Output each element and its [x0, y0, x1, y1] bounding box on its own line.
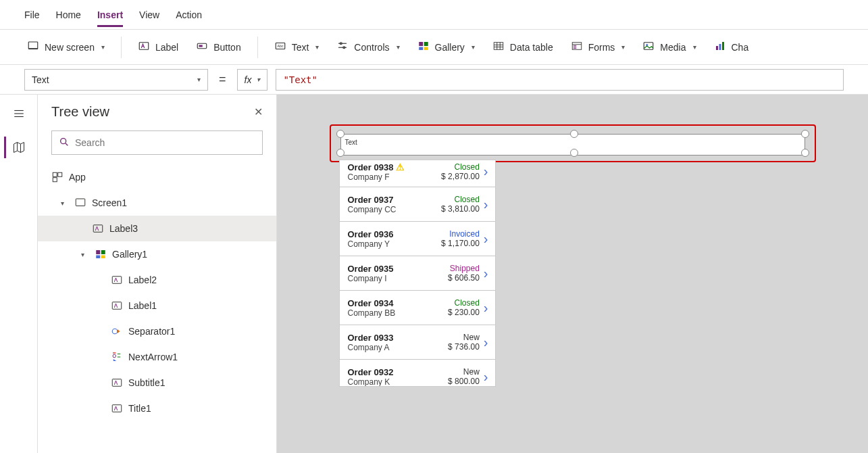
- canvas-gallery1[interactable]: Order 0938 ⚠Company FClosed$ 2,870.00›Or…: [339, 160, 496, 387]
- data-table-button[interactable]: Data table: [486, 36, 560, 58]
- controls-dropdown[interactable]: Controls ▾: [330, 36, 406, 58]
- tree-item-subtitle1[interactable]: Subtitle1: [38, 370, 276, 396]
- chevron-down-icon: ▾: [471, 43, 475, 51]
- label-button[interactable]: Label: [131, 36, 185, 58]
- order-status: Shipped: [450, 264, 480, 273]
- tree-label: Subtitle1: [128, 377, 165, 388]
- order-amount: $ 2,870.00: [441, 172, 480, 181]
- button-button[interactable]: Button: [189, 36, 247, 58]
- gallery-row[interactable]: Order 0937Company CCClosed$ 3,810.00›: [340, 187, 495, 222]
- svg-rect-44: [101, 256, 105, 259]
- chevron-down-icon: ▾: [101, 43, 105, 51]
- rail-tree-view[interactable]: [4, 137, 31, 158]
- chevron-down-icon: ▾: [257, 76, 260, 83]
- chevron-right-icon[interactable]: ›: [484, 300, 488, 316]
- svg-rect-42: [101, 250, 105, 254]
- chevron-right-icon[interactable]: ›: [484, 266, 488, 281]
- tree-item-app[interactable]: App: [38, 164, 276, 190]
- gallery-dropdown[interactable]: Gallery ▾: [411, 36, 482, 58]
- close-icon[interactable]: ✕: [254, 105, 263, 118]
- chevron-down-icon: ▾: [621, 43, 625, 51]
- chevron-down-icon: ▾: [81, 251, 89, 258]
- resize-handle[interactable]: [570, 149, 578, 157]
- chevron-down-icon: ▾: [397, 43, 400, 51]
- forms-label: Forms: [588, 42, 615, 53]
- canvas-label-text: Text: [345, 139, 357, 146]
- svg-rect-23: [573, 47, 576, 49]
- fx-button[interactable]: fx ▾: [237, 69, 268, 91]
- tree-label: Gallery1: [112, 249, 147, 260]
- order-company: Company I: [348, 274, 394, 283]
- search-box[interactable]: [51, 130, 263, 155]
- menu-insert[interactable]: Insert: [97, 3, 123, 27]
- chart-label: Cha: [732, 42, 749, 53]
- chevron-right-icon[interactable]: ›: [484, 231, 488, 247]
- formula-value: "Text": [283, 74, 317, 85]
- menu-view[interactable]: View: [139, 3, 159, 27]
- resize-handle[interactable]: [570, 130, 578, 138]
- search-icon: [59, 137, 70, 149]
- menu-home[interactable]: Home: [56, 3, 81, 27]
- svg-rect-36: [53, 172, 57, 176]
- search-input[interactable]: [75, 137, 255, 148]
- chevron-right-icon[interactable]: ›: [484, 369, 488, 385]
- screen-icon: [74, 197, 86, 209]
- svg-rect-22: [573, 45, 576, 47]
- chevron-down-icon: ▾: [693, 43, 696, 51]
- separator: [121, 37, 122, 58]
- tree-item-label3[interactable]: Label3: [38, 216, 276, 241]
- svg-point-48: [113, 354, 116, 358]
- svg-rect-28: [722, 42, 724, 50]
- tree-item-nextarrow1[interactable]: NextArrow1: [38, 344, 276, 370]
- order-status: Closed: [454, 195, 479, 204]
- resize-handle[interactable]: [336, 149, 344, 157]
- tree-item-label1[interactable]: Label1: [38, 293, 276, 318]
- data-table-label: Data table: [510, 42, 553, 53]
- resize-handle[interactable]: [801, 130, 809, 138]
- order-title: Order 0935: [348, 264, 394, 274]
- media-dropdown[interactable]: Media ▾: [636, 36, 703, 58]
- ribbon: New screen ▾ Label Button Abc Text ▾ Con…: [0, 30, 868, 65]
- fx-label: fx: [245, 74, 252, 85]
- gallery-row[interactable]: Order 0933Company ANew$ 736.00›: [340, 325, 495, 360]
- tree-item-screen1[interactable]: ▾ Screen1: [38, 190, 276, 216]
- tree-label: App: [69, 172, 86, 183]
- property-selector[interactable]: Text ▾: [24, 69, 208, 91]
- gallery-icon: [95, 248, 107, 260]
- menu-action[interactable]: Action: [176, 3, 202, 27]
- order-status: New: [463, 367, 480, 377]
- order-amount: $ 1,170.00: [441, 239, 480, 248]
- canvas[interactable]: Text Order 0938 ⚠Company FClosed$ 2,870.…: [277, 95, 868, 453]
- chevron-right-icon[interactable]: ›: [484, 335, 488, 350]
- controls-label: Controls: [354, 42, 389, 53]
- gallery-row[interactable]: Order 0938 ⚠Company FClosed$ 2,870.00›: [340, 160, 495, 187]
- chevron-right-icon[interactable]: ›: [484, 164, 488, 179]
- new-screen-button[interactable]: New screen ▾: [20, 36, 111, 58]
- menu-file[interactable]: File: [24, 3, 40, 27]
- gallery-row[interactable]: Order 0935Company IShipped$ 606.50›: [340, 256, 495, 291]
- forms-dropdown[interactable]: Forms ▾: [564, 36, 632, 58]
- rail-hamburger[interactable]: [5, 103, 32, 124]
- svg-text:Abc: Abc: [277, 44, 283, 48]
- gallery-row[interactable]: Order 0936Company YInvoiced$ 1,170.00›: [340, 222, 495, 256]
- chevron-down-icon: ▾: [315, 43, 319, 51]
- tree-item-title1[interactable]: Title1: [38, 396, 276, 421]
- forms-icon: [571, 40, 583, 54]
- resize-handle[interactable]: [801, 149, 809, 157]
- formula-input[interactable]: "Text": [276, 69, 844, 91]
- svg-rect-14: [424, 47, 428, 51]
- gallery-row[interactable]: Order 0934Company BBClosed$ 230.00›: [340, 291, 495, 325]
- gallery-row[interactable]: Order 0932Company KNew$ 800.00›: [340, 360, 495, 387]
- label-icon: [92, 222, 104, 235]
- text-dropdown[interactable]: Abc Text ▾: [267, 36, 326, 58]
- svg-rect-12: [424, 42, 428, 46]
- resize-handle[interactable]: [336, 130, 344, 138]
- tree-item-gallery1[interactable]: ▾ Gallery1: [38, 241, 276, 267]
- tree-item-label2[interactable]: Label2: [38, 267, 276, 293]
- app-icon: [51, 171, 63, 183]
- svg-rect-11: [419, 42, 423, 46]
- tree-item-separator1[interactable]: Separator1: [38, 318, 276, 344]
- chevron-down-icon: ▾: [197, 76, 201, 83]
- chevron-right-icon[interactable]: ›: [484, 197, 488, 212]
- chart-dropdown[interactable]: Cha: [707, 36, 756, 58]
